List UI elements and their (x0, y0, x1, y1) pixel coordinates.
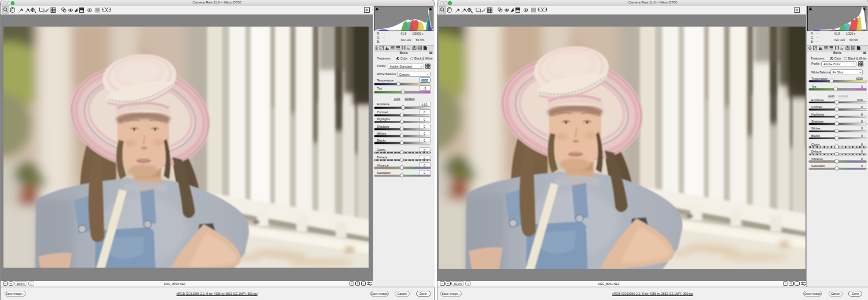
svg-text:fx: fx (840, 46, 843, 50)
svg-text:fx: fx (407, 46, 410, 50)
